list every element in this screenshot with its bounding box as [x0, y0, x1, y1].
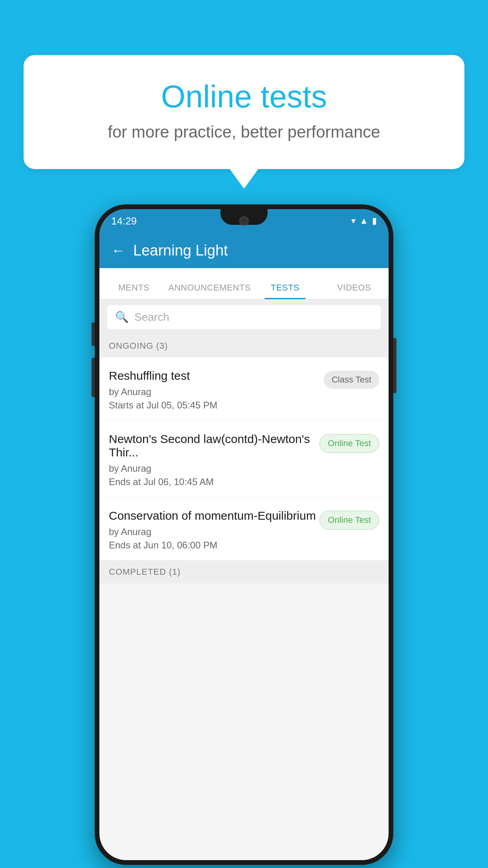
tab-videos[interactable]: VIDEOS [319, 283, 389, 299]
test-date-3: Ends at Jun 10, 06:00 PM [109, 540, 319, 551]
search-icon: 🔍 [115, 311, 129, 324]
test-item-1[interactable]: Reshuffling test by Anurag Starts at Jul… [99, 357, 389, 421]
speech-bubble-container: Online tests for more practice, better p… [24, 55, 464, 169]
wifi-icon: ▾ [351, 216, 356, 226]
tabs-container: MENTS ANNOUNCEMENTS TESTS VIDEOS [99, 268, 389, 300]
test-date-1: Starts at Jul 05, 05:45 PM [109, 400, 324, 411]
search-container: 🔍 Search [99, 300, 389, 335]
test-badge-2: Online Test [319, 434, 379, 453]
search-bar[interactable]: 🔍 Search [107, 305, 381, 329]
test-name-2: Newton's Second law(contd)-Newton's Thir… [109, 432, 319, 459]
phone-button-left2 [92, 358, 95, 397]
test-item-3[interactable]: Conservation of momentum-Equilibrium by … [99, 497, 389, 561]
tests-list: Reshuffling test by Anurag Starts at Jul… [99, 357, 389, 561]
tab-ments[interactable]: MENTS [99, 283, 169, 299]
battery-icon: ▮ [372, 216, 377, 226]
test-author-1: by Anurag [109, 386, 324, 397]
app-header: ← Learning Light [99, 233, 389, 268]
status-time: 14:29 [111, 215, 137, 227]
test-date-2: Ends at Jul 06, 10:45 AM [109, 476, 319, 487]
completed-section-header: COMPLETED (1) [99, 561, 389, 583]
test-name-3: Conservation of momentum-Equilibrium [109, 509, 319, 522]
phone-camera [239, 216, 249, 226]
test-author-3: by Anurag [109, 526, 319, 537]
test-badge-3: Online Test [319, 511, 379, 530]
phone-frame: 14:29 ▾ ▲ ▮ ← Learning Light MENTS ANNOU… [95, 204, 393, 865]
test-name-1: Reshuffling test [109, 369, 324, 383]
tab-tests[interactable]: TESTS [251, 283, 320, 299]
bubble-title: Online tests [55, 79, 433, 115]
test-author-2: by Anurag [109, 463, 319, 474]
test-info-2: Newton's Second law(contd)-Newton's Thir… [109, 432, 319, 487]
bubble-subtitle: for more practice, better performance [55, 123, 433, 142]
test-info-1: Reshuffling test by Anurag Starts at Jul… [109, 369, 324, 411]
signal-icon: ▲ [360, 216, 368, 226]
search-input[interactable]: Search [134, 311, 169, 324]
phone-button-left1 [92, 322, 95, 346]
back-button[interactable]: ← [111, 242, 125, 259]
phone-button-right [393, 338, 396, 393]
status-icons: ▾ ▲ ▮ [351, 216, 377, 226]
phone-screen: 14:29 ▾ ▲ ▮ ← Learning Light MENTS ANNOU… [99, 209, 389, 860]
ongoing-section-header: ONGOING (3) [99, 335, 389, 357]
phone-notch [220, 209, 268, 225]
test-badge-1: Class Test [324, 371, 379, 389]
speech-bubble: Online tests for more practice, better p… [24, 55, 464, 169]
test-info-3: Conservation of momentum-Equilibrium by … [109, 509, 319, 551]
tab-announcements[interactable]: ANNOUNCEMENTS [169, 283, 251, 299]
app-title: Learning Light [133, 242, 228, 259]
test-item-2[interactable]: Newton's Second law(contd)-Newton's Thir… [99, 421, 389, 497]
